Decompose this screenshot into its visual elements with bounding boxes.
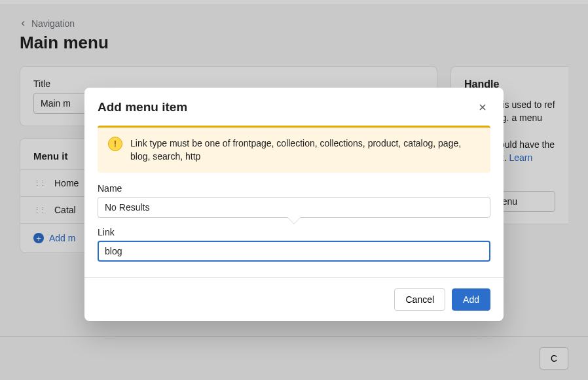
modal-header: Add menu item bbox=[84, 88, 504, 123]
link-input[interactable] bbox=[98, 241, 490, 262]
modal-overlay[interactable]: Add menu item ! Link type must be one of… bbox=[0, 0, 588, 380]
warning-icon: ! bbox=[108, 137, 122, 151]
alert-text: Link type must be one of frontpage, coll… bbox=[130, 137, 480, 164]
warning-alert: ! Link type must be one of frontpage, co… bbox=[98, 126, 490, 173]
link-label: Link bbox=[98, 227, 490, 237]
add-button[interactable]: Add bbox=[452, 288, 490, 311]
name-field: Name bbox=[98, 183, 490, 218]
link-field: Link bbox=[98, 227, 490, 262]
close-icon bbox=[477, 102, 488, 112]
modal-title: Add menu item bbox=[98, 100, 187, 114]
close-button[interactable] bbox=[475, 99, 490, 115]
cancel-button[interactable]: Cancel bbox=[394, 288, 445, 311]
name-label: Name bbox=[98, 183, 490, 194]
modal-footer: Cancel Add bbox=[84, 277, 504, 321]
add-menu-item-modal: Add menu item ! Link type must be one of… bbox=[84, 88, 504, 321]
modal-body: ! Link type must be one of frontpage, co… bbox=[84, 123, 504, 277]
